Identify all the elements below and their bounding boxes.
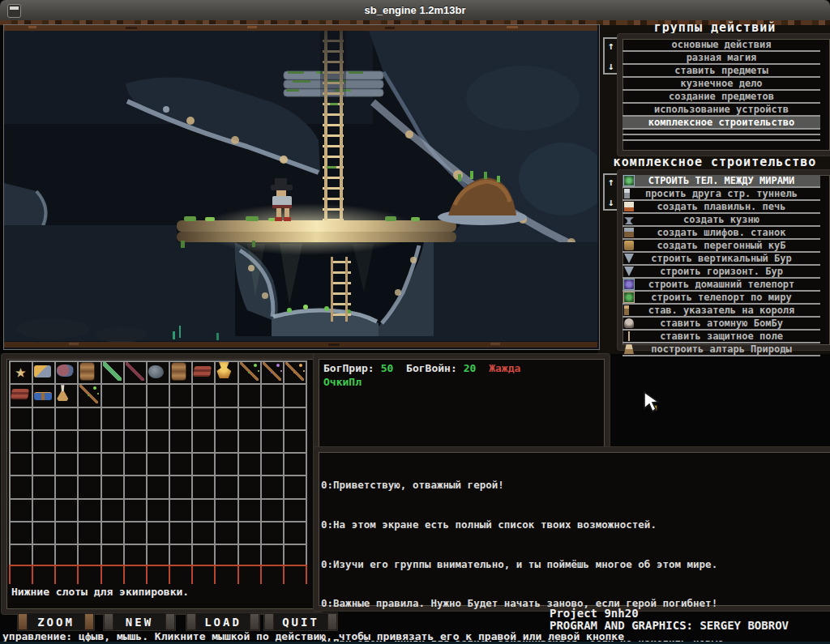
menu-item[interactable]: строить горизонт. Бур bbox=[622, 266, 820, 279]
inventory-caption: Нижние слоты для экипировки. bbox=[11, 586, 189, 598]
button-cap bbox=[264, 613, 274, 630]
status-bar: управление: цфыв, мышь. Кликните мышкой … bbox=[2, 630, 624, 642]
project-label: Project 9nh20 bbox=[550, 607, 639, 620]
wand-green-icon[interactable] bbox=[79, 385, 98, 403]
button-cap bbox=[165, 613, 175, 630]
menu-item-empty bbox=[622, 130, 820, 135]
button-cap bbox=[327, 613, 337, 630]
menu-item[interactable]: создание предметов bbox=[622, 91, 820, 104]
menu-item[interactable]: кузнечное дело bbox=[622, 78, 820, 91]
stat-god-nature-value: 50 bbox=[381, 362, 394, 374]
potion-icon[interactable] bbox=[57, 385, 68, 401]
title-bar[interactable]: sb_engine 1.2m13br bbox=[0, 0, 830, 21]
menu-item[interactable]: создать кузню bbox=[622, 214, 820, 227]
app-window: sb_engine 1.2m13br bbox=[0, 0, 830, 644]
glasses-icon[interactable] bbox=[34, 392, 52, 400]
log-line: 0:На этом экране есть полный список твои… bbox=[321, 518, 729, 531]
button-cap bbox=[250, 613, 259, 630]
button-cap bbox=[84, 613, 94, 630]
raw-meat-icon[interactable] bbox=[57, 365, 74, 377]
wand-orange-icon[interactable] bbox=[285, 362, 304, 381]
meat-slab-icon[interactable] bbox=[193, 366, 212, 377]
new-button[interactable]: NEW bbox=[104, 613, 175, 630]
menu-item[interactable]: просить друга стр. туннель bbox=[622, 188, 820, 201]
bread-icon[interactable] bbox=[34, 365, 51, 377]
menu-item[interactable]: разная магия bbox=[622, 52, 820, 65]
log-line: 0:Изучи его группы внимательно, и ты пой… bbox=[321, 558, 729, 571]
menu-item[interactable]: создать шлифов. станок bbox=[622, 227, 820, 240]
menu-item[interactable]: создать перегонный куБ bbox=[622, 240, 820, 253]
menu-item[interactable]: ставить атомную БомБу bbox=[622, 318, 820, 331]
game-scene[interactable] bbox=[4, 25, 597, 348]
button-cap bbox=[186, 613, 196, 630]
quit-button[interactable]: QUIT bbox=[264, 613, 337, 630]
menu-item[interactable]: создать плавильн. печь bbox=[622, 201, 820, 214]
vertical-drill-icon bbox=[624, 254, 634, 263]
menu-item[interactable]: став. указатель на короля bbox=[622, 305, 820, 318]
button-cap bbox=[104, 613, 113, 630]
log-line: 0:Важные правила. Нужно Будет начать зан… bbox=[321, 597, 729, 610]
world-teleport-icon bbox=[624, 292, 634, 302]
held-item-sparkle bbox=[652, 406, 657, 410]
wand-green-icon[interactable] bbox=[240, 362, 259, 381]
actions-menu: СТРОИТЬ ТЕЛ. МЕЖДУ МИРАМИ просить друга … bbox=[622, 175, 820, 335]
star-icon[interactable] bbox=[11, 362, 30, 381]
atomic-bomb-icon bbox=[624, 318, 634, 328]
scroll-down-button[interactable]: ↓ bbox=[608, 61, 614, 71]
distiller-icon bbox=[624, 241, 634, 250]
window-title: sb_engine 1.2m13br bbox=[365, 4, 466, 16]
menu-item-selected[interactable]: СТРОИТЬ ТЕЛ. МЕЖДУ МИРАМИ bbox=[622, 175, 820, 188]
stat-god-nature-label: БогПрир: bbox=[323, 362, 374, 374]
menu-item-selected[interactable]: комплексное строительство bbox=[622, 117, 820, 130]
stat-god-war-value: 20 bbox=[464, 362, 477, 374]
groups-scrollbox: ↑ ↓ bbox=[603, 37, 619, 75]
stats-readout: БогПрир:50 БогВойн:20 Жажда ОчкиПл bbox=[323, 361, 527, 389]
message-log: 0:Приветствую, отважный герой! 0:На этом… bbox=[321, 453, 729, 644]
friend-tunnel-icon bbox=[624, 189, 630, 198]
scroll-up-button[interactable]: ↑ bbox=[608, 41, 614, 51]
inventory-grid-stub bbox=[9, 545, 307, 566]
menu-item[interactable]: строить домашний телепорт bbox=[622, 279, 820, 292]
menu-item[interactable]: построить алтарь Природы bbox=[622, 343, 820, 356]
green-pencil-icon[interactable] bbox=[103, 362, 122, 381]
stat-god-war-label: БогВойн: bbox=[406, 362, 457, 374]
grinder-icon bbox=[624, 228, 634, 237]
menu-item[interactable]: основные действия bbox=[622, 39, 820, 52]
log-line: 0:Приветствую, отважный герой! bbox=[321, 479, 729, 492]
scroll-up-button[interactable]: ↑ bbox=[608, 177, 614, 187]
menu-item[interactable]: ставить предметы bbox=[622, 65, 820, 78]
equip-slots-row[interactable] bbox=[9, 566, 307, 584]
button-cap bbox=[18, 613, 28, 630]
load-button[interactable]: LOAD bbox=[186, 613, 259, 630]
anvil-icon bbox=[624, 215, 634, 224]
groups-panel-title: группы действий bbox=[601, 20, 828, 35]
menu-item-empty bbox=[622, 135, 820, 141]
menu-item[interactable]: строить вертикальный Бур bbox=[622, 253, 820, 266]
points-label: ОчкиПл bbox=[323, 375, 527, 389]
mouse-cursor-icon bbox=[643, 390, 667, 420]
king-signpost-icon bbox=[624, 305, 629, 315]
smelter-icon bbox=[624, 202, 634, 211]
menu-item[interactable]: строить телепорт по миру bbox=[622, 292, 820, 305]
stone-icon[interactable] bbox=[148, 365, 164, 378]
menu-item[interactable]: использование устройств bbox=[622, 104, 820, 117]
golden-idol-icon[interactable] bbox=[216, 362, 231, 378]
barrel-icon[interactable] bbox=[79, 362, 95, 381]
actions-scrollbox: ↑ ↓ bbox=[603, 173, 619, 211]
window-icon bbox=[7, 4, 21, 18]
zoom-button[interactable]: ZOOM bbox=[18, 613, 94, 630]
thirst-alert: Жажда bbox=[489, 362, 520, 374]
actions-panel-title: комплексное строительство bbox=[601, 155, 828, 169]
world-portal-icon bbox=[624, 176, 634, 186]
inventory-grid[interactable] bbox=[9, 360, 307, 545]
horizontal-drill-icon bbox=[624, 267, 634, 276]
game-viewport[interactable] bbox=[3, 24, 600, 350]
home-teleport-icon bbox=[624, 279, 634, 289]
shield-field-icon bbox=[624, 331, 634, 341]
wand-purple-icon[interactable] bbox=[263, 362, 281, 381]
menu-item[interactable]: ставить защитное поле bbox=[622, 331, 820, 343]
meat-slab-icon[interactable] bbox=[11, 389, 29, 399]
sword-icon[interactable] bbox=[126, 362, 144, 381]
barrel-icon[interactable] bbox=[171, 362, 186, 381]
scroll-down-button[interactable]: ↓ bbox=[608, 197, 614, 207]
